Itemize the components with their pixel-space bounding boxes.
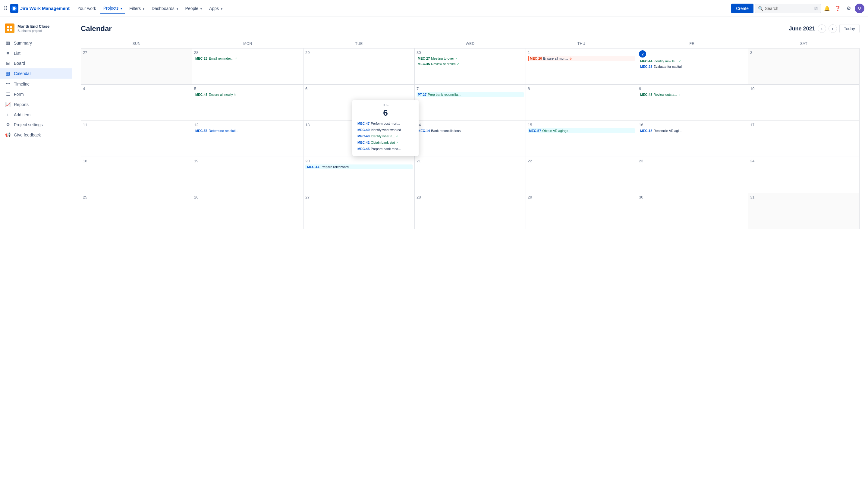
- popup-event-mec49[interactable]: MEC-49 Identify what worked: [356, 127, 415, 133]
- calendar-day[interactable]: 10: [749, 84, 860, 121]
- calendar-day[interactable]: 15 MEC-57 Obtain AR agings: [526, 121, 637, 157]
- calendar-day[interactable]: 22: [526, 157, 637, 193]
- calendar-header-row: SUN MON TUE WED THU FRI SAT: [81, 39, 860, 49]
- search-input[interactable]: [765, 6, 813, 11]
- form-icon: ☰: [5, 92, 11, 97]
- calendar-day[interactable]: 2 MEC-44 Identify new le... ✓ MEC-23 Eva…: [637, 49, 749, 84]
- calendar-day[interactable]: 7 PT-27 Prep bank reconcilia...: [415, 84, 526, 121]
- sidebar-item-list[interactable]: ≡ List: [0, 48, 72, 58]
- calendar-day[interactable]: 29: [303, 49, 415, 84]
- event-mec20[interactable]: MEC-20 Ensure all mon... ⊘: [528, 56, 635, 61]
- calendar-day[interactable]: 30: [637, 193, 749, 229]
- create-button[interactable]: Create: [731, 4, 754, 13]
- sidebar-item-add-item[interactable]: + Add item: [0, 110, 72, 119]
- settings-button[interactable]: ⚙: [844, 4, 853, 13]
- event-mec56[interactable]: MEC-56 Determine resoluti...: [194, 128, 301, 133]
- event-mec45-w2[interactable]: MEC-45 Ensure all newly hi: [194, 92, 301, 97]
- calendar-day[interactable]: 5 MEC-45 Ensure all newly hi: [192, 84, 303, 121]
- nav-dashboards[interactable]: Dashboards ▾: [149, 4, 181, 13]
- calendar-day[interactable]: 26: [192, 193, 303, 229]
- calendar-day[interactable]: 25: [81, 193, 192, 229]
- svg-rect-4: [10, 28, 12, 31]
- calendar-day[interactable]: 30 MEC-27 Meeting to over ✓ MEC-45 Revie…: [415, 49, 526, 84]
- sidebar-item-label: Summary: [14, 41, 32, 45]
- event-mec48-fri[interactable]: MEC-48 Review outsta... ✓: [639, 92, 746, 97]
- event-mec18[interactable]: MEC-18 Reconcile AR agi ...: [639, 128, 746, 133]
- calendar-day[interactable]: 12 MEC-56 Determine resoluti...: [192, 121, 303, 157]
- sidebar-item-label: Calendar: [14, 71, 31, 76]
- prev-month-button[interactable]: ‹: [818, 24, 826, 33]
- project-name: Month End Close: [17, 24, 50, 29]
- today-indicator: 2: [639, 50, 646, 58]
- main-header: Calendar June 2021 ‹ › Today: [81, 24, 860, 33]
- sidebar-item-reports[interactable]: 📈 Reports: [0, 99, 72, 110]
- svg-rect-3: [7, 28, 10, 31]
- calendar-day[interactable]: 16 MEC-18 Reconcile AR agi ...: [637, 121, 749, 157]
- calendar-day[interactable]: 31: [749, 193, 860, 229]
- event-mec14-w3[interactable]: MEC-14 Bank reconciliations: [417, 128, 524, 133]
- next-month-button[interactable]: ›: [829, 24, 837, 33]
- calendar-day[interactable]: 3: [749, 49, 860, 84]
- sidebar-item-give-feedback[interactable]: 📢 Give feedback: [0, 130, 72, 140]
- calendar-day[interactable]: 27: [303, 193, 415, 229]
- event-mec23-w1[interactable]: MEC-23 Email reminder... ✓: [194, 56, 301, 61]
- calendar-day[interactable]: 17: [749, 121, 860, 157]
- calendar-day[interactable]: 1 MEC-20 Ensure all mon... ⊘: [526, 49, 637, 84]
- feedback-icon: 📢: [5, 132, 11, 138]
- nav-your-work[interactable]: Your work: [74, 4, 99, 13]
- calendar-day[interactable]: 9 MEC-48 Review outsta... ✓: [637, 84, 749, 121]
- event-mec14-w4[interactable]: MEC-14 Prepare rollforward: [305, 165, 412, 169]
- calendar-day[interactable]: 19: [192, 157, 303, 193]
- event-mec27[interactable]: MEC-27 Meeting to over ✓: [417, 56, 524, 61]
- popup-event-mec48a[interactable]: MEC-48 Identify what n... ✓: [356, 133, 415, 139]
- event-mec23-fri[interactable]: MEC-23 Evaluate for capital: [639, 64, 746, 69]
- notifications-button[interactable]: 🔔: [822, 4, 832, 13]
- popup-event-mec42[interactable]: MEC-42 Obtain bank stat ✓: [356, 140, 415, 145]
- sidebar-item-form[interactable]: ☰ Form: [0, 89, 72, 99]
- popup-event-mec47[interactable]: MEC-47 Perform post mort...: [356, 121, 415, 126]
- month-label: June 2021: [789, 25, 815, 32]
- calendar-day-6[interactable]: 6 TUE 6 MEC-47 Perform post mort... MEC-…: [303, 84, 415, 121]
- popup-date-label: TUE: [356, 103, 415, 107]
- col-thu: THU: [526, 39, 637, 49]
- search-icon: 🔍: [758, 6, 763, 11]
- avatar[interactable]: U: [855, 4, 864, 13]
- col-sun: SUN: [81, 39, 192, 49]
- event-pt27[interactable]: PT-27 Prep bank reconcilia...: [417, 92, 524, 97]
- popup-event-mec45[interactable]: MEC-45 Prepare bank reco...: [356, 146, 415, 152]
- calendar-day[interactable]: 20 MEC-14 Prepare rollforward: [303, 157, 415, 193]
- event-mec45-w1[interactable]: MEC-45 Review of prelim ✓: [417, 61, 524, 66]
- calendar-day[interactable]: 23: [637, 157, 749, 193]
- grid-icon[interactable]: ⠿: [4, 5, 7, 12]
- calendar-week-2: 4 5 MEC-45 Ensure all newly hi 6 TUE: [81, 84, 860, 121]
- sidebar-item-board[interactable]: ⊞ Board: [0, 58, 72, 69]
- calendar-day[interactable]: 4: [81, 84, 192, 121]
- logo[interactable]: Jira Work Management: [10, 4, 70, 13]
- calendar-day[interactable]: 29: [526, 193, 637, 229]
- calendar-day[interactable]: 28: [415, 193, 526, 229]
- calendar-day[interactable]: 27: [81, 49, 192, 84]
- nav-projects[interactable]: Projects ▾: [100, 3, 125, 14]
- calendar-day[interactable]: 14 MEC-14 Bank reconciliations: [415, 121, 526, 157]
- calendar-day[interactable]: 8: [526, 84, 637, 121]
- calendar-day[interactable]: 28 MEC-23 Email reminder... ✓: [192, 49, 303, 84]
- sidebar-item-timeline[interactable]: 〜 Timeline: [0, 79, 72, 89]
- search-box[interactable]: 🔍 /: [755, 4, 821, 13]
- svg-rect-2: [10, 26, 12, 28]
- sidebar-item-summary[interactable]: ▦ Summary: [0, 38, 72, 48]
- event-mec57[interactable]: MEC-57 Obtain AR agings: [528, 128, 635, 133]
- help-button[interactable]: ❓: [833, 4, 843, 13]
- calendar-day[interactable]: 24: [749, 157, 860, 193]
- sidebar-item-project-settings[interactable]: ⚙ Project settings: [0, 119, 72, 130]
- layout: Month End Close Business project ▦ Summa…: [0, 17, 868, 494]
- calendar-day[interactable]: 11: [81, 121, 192, 157]
- event-mec44[interactable]: MEC-44 Identify new le... ✓: [639, 59, 746, 63]
- sidebar-item-calendar[interactable]: ▦ Calendar: [0, 69, 72, 79]
- sidebar-project[interactable]: Month End Close Business project: [0, 20, 72, 38]
- nav-apps[interactable]: Apps ▾: [206, 4, 225, 13]
- nav-people[interactable]: People ▾: [182, 4, 205, 13]
- nav-filters[interactable]: Filters ▾: [126, 4, 147, 13]
- calendar-day[interactable]: 18: [81, 157, 192, 193]
- calendar-day[interactable]: 21: [415, 157, 526, 193]
- today-button[interactable]: Today: [839, 24, 860, 33]
